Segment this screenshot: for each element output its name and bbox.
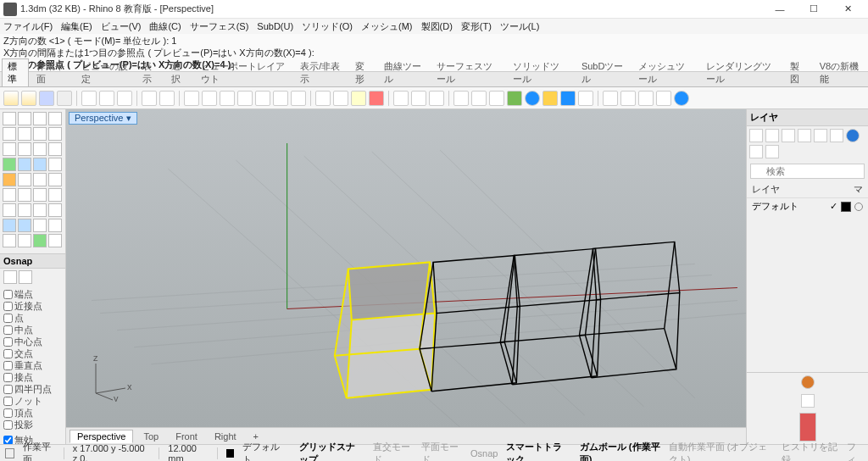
osnap-tan[interactable]: 接点: [3, 371, 62, 383]
layer-new-icon[interactable]: [749, 129, 763, 142]
lasso-icon[interactable]: [18, 112, 31, 125]
tab-transform[interactable]: 変形: [349, 58, 376, 86]
paste-icon[interactable]: [117, 91, 132, 106]
align-icon[interactable]: [33, 219, 47, 232]
osnap-project[interactable]: 投影: [3, 419, 62, 430]
tab-meshtools[interactable]: メッシュツール: [632, 58, 699, 86]
osnap-mid-check[interactable]: [3, 325, 13, 335]
undo-icon[interactable]: [142, 91, 157, 106]
point-icon[interactable]: [48, 112, 62, 125]
menu-surface[interactable]: サーフェス(S): [190, 20, 249, 33]
zoom-in-icon[interactable]: [220, 91, 235, 106]
dimension-icon[interactable]: [3, 234, 16, 247]
osnap-point-check[interactable]: [3, 314, 13, 323]
text-icon[interactable]: [48, 142, 62, 156]
status-osnap[interactable]: Osnap: [470, 448, 498, 458]
fillet-icon[interactable]: [3, 188, 16, 202]
revolve-icon[interactable]: [48, 158, 62, 171]
cut-icon[interactable]: [81, 91, 97, 106]
osnap-vertex[interactable]: 頂点: [3, 407, 62, 419]
menu-solid[interactable]: ソリッド(O): [302, 20, 353, 33]
minimize-button[interactable]: —: [763, 4, 797, 14]
osnap-end-check[interactable]: [3, 290, 13, 299]
status-cplane-icon[interactable]: [5, 448, 14, 458]
redo-icon[interactable]: [159, 91, 175, 106]
rectangle-icon[interactable]: [48, 127, 62, 141]
zoom-extents-icon[interactable]: [273, 91, 288, 106]
layer-material-icon[interactable]: [854, 203, 863, 211]
status-gumball[interactable]: ガムボール (作業平面): [580, 441, 660, 462]
arc-icon[interactable]: [18, 127, 31, 141]
menu-curve[interactable]: 曲線(C): [149, 20, 181, 33]
tab-subdtools[interactable]: SubDツール: [576, 58, 631, 86]
tab-surfacetools[interactable]: サーフェスツール: [431, 58, 505, 86]
osnap-vertex-check[interactable]: [3, 408, 13, 418]
sweep-icon[interactable]: [18, 173, 31, 186]
group-icon[interactable]: [48, 219, 62, 232]
render-icon[interactable]: [525, 91, 540, 106]
rotate2-icon[interactable]: [33, 203, 47, 217]
tab-cplane[interactable]: 作業平面: [31, 58, 74, 86]
pipe-icon[interactable]: [33, 173, 47, 186]
layer-row-default[interactable]: デフォルト ✓: [747, 198, 868, 214]
osnap-knot[interactable]: ノット: [3, 395, 62, 407]
dock-render-icon[interactable]: [801, 375, 815, 389]
viewtab-front[interactable]: Front: [169, 430, 204, 442]
offset-icon[interactable]: [48, 173, 62, 186]
tab-visibility[interactable]: 表示/非表示: [294, 58, 348, 86]
zoom-sel-icon[interactable]: [291, 91, 306, 106]
close-button[interactable]: ✕: [831, 3, 865, 14]
sun-icon[interactable]: [542, 91, 558, 106]
named-cplane-icon[interactable]: [351, 91, 366, 106]
circle-icon[interactable]: [33, 127, 47, 141]
explode2-icon[interactable]: [48, 234, 62, 247]
pan-icon[interactable]: [184, 91, 199, 106]
solid-icon[interactable]: [18, 158, 31, 171]
menu-drafting[interactable]: 製図(D): [421, 20, 453, 33]
zoom-window-icon[interactable]: [255, 91, 270, 106]
loft-icon[interactable]: [3, 173, 16, 186]
trim-icon[interactable]: [656, 91, 671, 106]
viewtab-top[interactable]: Top: [136, 430, 165, 442]
analyze-icon[interactable]: [33, 234, 47, 247]
osnap-quad-check[interactable]: [3, 385, 13, 394]
tab-viewset[interactable]: ビューの設定: [75, 58, 134, 86]
tab-rendertools[interactable]: レンダリングツール: [700, 58, 782, 86]
tab-display[interactable]: 表示: [136, 58, 164, 86]
layer-search-input[interactable]: [750, 164, 865, 179]
tab-drafting2[interactable]: 製図: [784, 58, 811, 86]
osnap-near-check[interactable]: [3, 302, 13, 311]
material-icon[interactable]: [560, 91, 576, 106]
menu-file[interactable]: ファイル(F): [3, 20, 53, 33]
status-history[interactable]: ヒストリを記録: [782, 441, 838, 462]
print-icon[interactable]: [57, 91, 72, 106]
maximize-button[interactable]: ☐: [797, 3, 831, 14]
mirror-icon[interactable]: [3, 219, 16, 232]
status-autocplane[interactable]: 自動作業平面 (オブジェクト): [669, 441, 774, 462]
tab-solidtools[interactable]: ソリッドツール: [507, 58, 574, 86]
chamfer-icon[interactable]: [18, 188, 31, 202]
scale-icon[interactable]: [48, 203, 62, 217]
hatch-icon[interactable]: [18, 234, 31, 247]
rotate-icon[interactable]: [202, 91, 217, 106]
rendered-icon[interactable]: [429, 91, 444, 106]
osnap-int[interactable]: 交点: [3, 347, 62, 359]
osnap-perp[interactable]: 垂直点: [3, 359, 62, 371]
menu-view[interactable]: ビュー(V): [101, 20, 142, 33]
layer-filter-icon[interactable]: [814, 129, 827, 142]
osnap-disable-check[interactable]: [3, 436, 13, 445]
osnap-perp-check[interactable]: [3, 361, 13, 370]
osnap-proj-icon[interactable]: [3, 270, 17, 284]
dock-props-icon[interactable]: [801, 394, 815, 408]
osnap-filter-icon[interactable]: [19, 270, 32, 284]
osnap-quad[interactable]: 四半円点: [3, 383, 62, 395]
line-icon[interactable]: [3, 127, 16, 141]
zoom-out-icon[interactable]: [237, 91, 253, 106]
menu-mesh[interactable]: メッシュ(M): [361, 20, 413, 33]
osnap-mid[interactable]: 中点: [3, 324, 62, 336]
split-icon[interactable]: [48, 188, 62, 202]
status-gridsnap[interactable]: グリッドスナップ: [299, 441, 364, 462]
viewport-perspective[interactable]: Perspective ▾: [66, 109, 746, 427]
save-icon[interactable]: [39, 91, 54, 106]
hide-icon[interactable]: [453, 91, 469, 106]
